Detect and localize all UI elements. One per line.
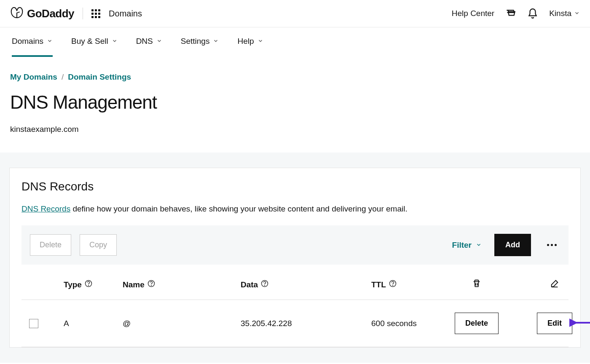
notifications-button[interactable] xyxy=(527,8,538,19)
dns-records-help-link[interactable]: DNS Records xyxy=(21,204,70,213)
filter-button[interactable]: Filter xyxy=(452,241,482,250)
row-checkbox[interactable] xyxy=(29,319,38,328)
chevron-down-icon xyxy=(574,9,580,18)
filter-label: Filter xyxy=(452,241,472,250)
card-title: DNS Records xyxy=(21,180,569,193)
nav-tab-label: DNS xyxy=(136,37,153,46)
chevron-down-icon xyxy=(213,37,219,46)
chevron-down-icon xyxy=(476,241,482,250)
edit-icon xyxy=(550,279,559,290)
chevron-down-icon xyxy=(112,37,118,46)
svg-point-5 xyxy=(265,285,265,286)
help-center-link[interactable]: Help Center xyxy=(452,9,494,18)
nav-tab-dns[interactable]: DNS xyxy=(136,37,162,57)
breadcrumb-separator: / xyxy=(62,72,64,82)
chevron-down-icon xyxy=(156,37,162,46)
column-edit xyxy=(515,279,590,290)
nav-tab-label: Help xyxy=(237,37,254,46)
nav-tab-settings[interactable]: Settings xyxy=(181,37,219,57)
breadcrumb: My Domains / Domain Settings xyxy=(10,72,580,82)
more-options-button[interactable] xyxy=(544,241,560,249)
header-right: Help Center Kinsta xyxy=(452,8,580,19)
bulk-delete-button[interactable]: Delete xyxy=(30,234,71,256)
toolbar-right: Filter Add xyxy=(452,234,560,256)
content-area: DNS Records DNS Records define how your … xyxy=(0,153,590,363)
logo[interactable]: GoDaddy xyxy=(10,6,74,21)
column-type: Type xyxy=(64,279,123,290)
table-row: A @ 35.205.42.228 600 seconds Delete Edi… xyxy=(21,300,569,347)
apps-grid-icon[interactable] xyxy=(91,9,100,18)
toolbar-left: Delete Copy xyxy=(30,234,117,256)
cell-name: @ xyxy=(123,319,241,328)
nav-tabs: Domains Buy & Sell DNS Settings Help xyxy=(0,27,590,57)
column-ttl: TTL xyxy=(371,279,439,290)
header-left: GoDaddy Domains xyxy=(10,6,142,21)
page-head: My Domains / Domain Settings DNS Managem… xyxy=(0,57,590,153)
nav-tab-label: Settings xyxy=(181,37,210,46)
nav-tab-label: Domains xyxy=(12,37,43,46)
annotation-arrow xyxy=(569,318,590,329)
card-description-text: define how your domain behaves, like sho… xyxy=(70,204,408,213)
svg-point-1 xyxy=(88,285,89,286)
top-header: GoDaddy Domains Help Center Kinsta xyxy=(0,0,590,27)
svg-point-3 xyxy=(151,285,151,286)
add-record-button[interactable]: Add xyxy=(494,234,531,256)
godaddy-logo-icon xyxy=(10,6,24,21)
chevron-down-icon xyxy=(257,37,263,46)
row-delete-button[interactable]: Delete xyxy=(455,313,499,334)
cart-button[interactable] xyxy=(505,8,516,19)
domain-name: kinstaexample.com xyxy=(10,125,580,134)
user-menu[interactable]: Kinsta xyxy=(549,9,580,18)
context-label: Domains xyxy=(109,9,142,19)
column-name: Name xyxy=(123,279,241,290)
cell-data: 35.205.42.228 xyxy=(241,319,371,328)
breadcrumb-my-domains[interactable]: My Domains xyxy=(10,72,57,82)
help-icon[interactable] xyxy=(260,279,269,290)
nav-tab-help[interactable]: Help xyxy=(237,37,263,57)
help-icon[interactable] xyxy=(389,279,397,290)
column-data: Data xyxy=(241,279,371,290)
cell-type: A xyxy=(64,319,123,328)
nav-tab-domains[interactable]: Domains xyxy=(12,37,53,57)
user-name: Kinsta xyxy=(549,9,571,18)
page-title: DNS Management xyxy=(10,92,580,113)
logo-text: GoDaddy xyxy=(27,7,74,20)
svg-point-7 xyxy=(392,285,393,286)
chevron-down-icon xyxy=(47,37,53,46)
dns-records-card: DNS Records DNS Records define how your … xyxy=(9,168,581,348)
divider xyxy=(83,8,83,19)
trash-icon xyxy=(472,279,481,290)
nav-tab-buy-sell[interactable]: Buy & Sell xyxy=(71,37,118,57)
cell-ttl: 600 seconds xyxy=(371,319,439,328)
records-toolbar: Delete Copy Filter Add xyxy=(21,225,569,265)
table-header: Type Name Data TTL xyxy=(21,265,569,300)
help-icon[interactable] xyxy=(84,279,93,290)
row-edit-button[interactable]: Edit xyxy=(537,313,572,334)
bulk-copy-button[interactable]: Copy xyxy=(80,234,117,256)
column-delete xyxy=(439,279,515,290)
card-description: DNS Records define how your domain behav… xyxy=(21,204,569,214)
dns-records-table: Type Name Data TTL xyxy=(21,265,569,347)
help-icon[interactable] xyxy=(147,279,156,290)
breadcrumb-domain-settings[interactable]: Domain Settings xyxy=(68,72,131,82)
nav-tab-label: Buy & Sell xyxy=(71,37,108,46)
